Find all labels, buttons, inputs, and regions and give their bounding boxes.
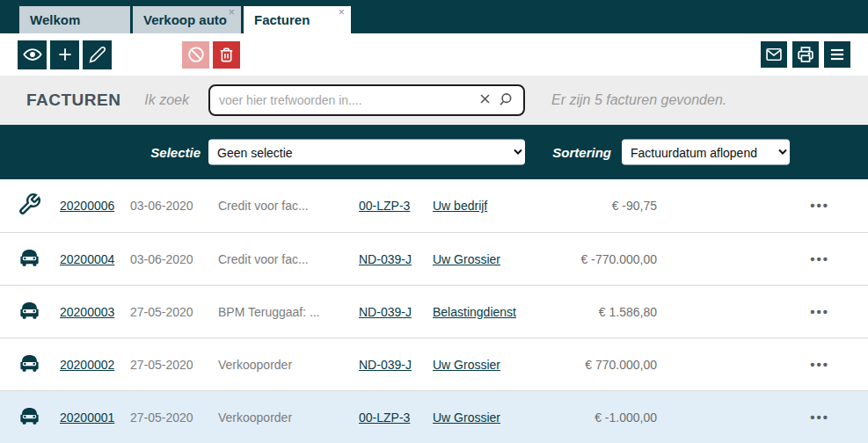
clear-search-button[interactable] — [474, 90, 495, 111]
search-label: Ik zoek — [123, 92, 189, 108]
tab-label: Facturen — [254, 12, 310, 27]
customer-link[interactable]: Uw Grossier — [433, 410, 500, 425]
tab-welkom[interactable]: Welkom — [19, 6, 130, 33]
trash-icon — [218, 47, 235, 63]
row-menu-button[interactable]: ••• — [810, 255, 829, 264]
invoice-description: BPM Teruggaaf: ... — [218, 305, 359, 319]
search-submit-button[interactable] — [495, 90, 516, 111]
customer-link[interactable]: Uw bedrijf — [433, 199, 487, 213]
license-plate-link[interactable]: 00-LZP-3 — [359, 199, 410, 213]
invoice-description: Credit voor fac... — [218, 252, 359, 266]
table-row[interactable]: 20200006 03-06-2020 Credit voor fac... 0… — [0, 179, 868, 232]
sort-label: Sortering — [528, 145, 611, 160]
hamburger-icon — [828, 46, 846, 63]
invoice-date: 03-06-2020 — [130, 199, 218, 213]
license-plate-link[interactable]: ND-039-J — [359, 358, 412, 372]
row-type-cell — [18, 299, 60, 325]
table-row[interactable]: 20200004 03-06-2020 Credit voor fac... N… — [0, 232, 868, 285]
tab-label: Verkoop auto — [143, 12, 227, 27]
tab-label: Welkom — [30, 12, 80, 27]
row-menu-button[interactable]: ••• — [810, 201, 829, 210]
invoice-number-link[interactable]: 20200001 — [60, 410, 114, 425]
print-button[interactable] — [792, 41, 819, 68]
toolbar — [0, 33, 868, 76]
invoice-description: Verkooporder — [218, 358, 359, 372]
selection-select[interactable]: Geen selectie — [208, 140, 525, 165]
row-type-cell — [18, 192, 60, 219]
row-menu-button[interactable]: ••• — [810, 308, 829, 316]
license-plate-link[interactable]: ND-039-J — [359, 305, 412, 319]
invoice-amount: € -1.000,00 — [547, 410, 657, 425]
invoice-table: 20200006 03-06-2020 Credit voor fac... 0… — [0, 179, 868, 443]
row-type-cell — [18, 352, 60, 378]
wrench-icon — [18, 192, 41, 219]
invoice-amount: € 1.586,80 — [547, 305, 657, 319]
invoice-number-link[interactable]: 20200006 — [60, 199, 114, 213]
envelope-icon — [765, 46, 783, 63]
close-icon[interactable]: × — [228, 6, 235, 18]
close-icon — [478, 92, 492, 108]
car-icon — [18, 352, 41, 378]
table-row[interactable]: 20200003 27-05-2020 BPM Teruggaaf: ... N… — [0, 285, 868, 338]
invoice-number-link[interactable]: 20200004 — [60, 252, 114, 266]
plus-icon — [56, 46, 74, 63]
eye-icon — [23, 45, 42, 64]
invoice-amount: € -770.000,00 — [547, 252, 657, 266]
invoice-amount: € -90,75 — [547, 199, 657, 213]
car-icon — [18, 246, 41, 272]
results-count: Er zijn 5 facturen gevonden. — [551, 92, 726, 108]
invoice-number-link[interactable]: 20200002 — [60, 358, 114, 372]
search-icon — [498, 91, 514, 110]
invoice-amount: € 770.000,00 — [547, 358, 657, 372]
invoice-date: 27-05-2020 — [130, 305, 218, 319]
customer-link[interactable]: Uw Grossier — [433, 252, 500, 266]
tab-bar: Welkom Verkoop auto × Facturen × — [0, 0, 868, 33]
pencil-icon — [89, 46, 106, 63]
row-menu-button[interactable]: ••• — [810, 360, 829, 369]
license-plate-link[interactable]: ND-039-J — [359, 252, 412, 266]
license-plate-link[interactable]: 00-LZP-3 — [359, 410, 410, 425]
close-icon[interactable]: × — [338, 6, 345, 18]
tab-facturen[interactable]: Facturen × — [244, 6, 351, 33]
row-type-cell — [18, 404, 60, 431]
customer-link[interactable]: Belastingdienst — [433, 305, 516, 319]
car-icon — [18, 299, 41, 325]
table-row[interactable]: 20200002 27-05-2020 Verkooporder ND-039-… — [0, 338, 868, 390]
email-button[interactable] — [761, 41, 787, 68]
printer-icon — [797, 46, 814, 63]
edit-button[interactable] — [83, 40, 112, 69]
search-band: FACTUREN Ik zoek Er zijn 5 facturen gevo… — [0, 76, 868, 125]
invoice-date: 03-06-2020 — [130, 252, 218, 266]
customer-link[interactable]: Uw Grossier — [433, 358, 500, 372]
view-button[interactable] — [18, 40, 47, 69]
row-menu-button[interactable]: ••• — [810, 413, 829, 422]
filter-band: Selectie Geen selectie Sortering Factuur… — [0, 125, 868, 179]
search-box — [208, 84, 525, 116]
circle-slash-icon — [186, 45, 206, 64]
delete-button[interactable] — [213, 41, 240, 69]
menu-button[interactable] — [824, 41, 850, 68]
car-icon — [18, 404, 41, 431]
invoice-date: 27-05-2020 — [130, 358, 218, 372]
add-button[interactable] — [50, 40, 79, 69]
tab-verkoop-auto[interactable]: Verkoop auto × — [133, 6, 241, 33]
block-button[interactable] — [182, 41, 209, 69]
selection-label: Selectie — [114, 145, 201, 160]
invoice-description: Credit voor fac... — [218, 199, 359, 213]
invoice-description: Verkooporder — [218, 410, 359, 425]
invoice-date: 27-05-2020 — [130, 410, 218, 425]
search-input[interactable] — [219, 93, 474, 107]
table-row[interactable]: 20200001 27-05-2020 Verkooporder 00-LZP-… — [0, 390, 868, 443]
row-type-cell — [18, 246, 60, 272]
invoice-number-link[interactable]: 20200003 — [60, 305, 114, 319]
page-title: FACTUREN — [26, 91, 120, 110]
sort-select[interactable]: Factuurdatum aflopend — [622, 140, 790, 165]
